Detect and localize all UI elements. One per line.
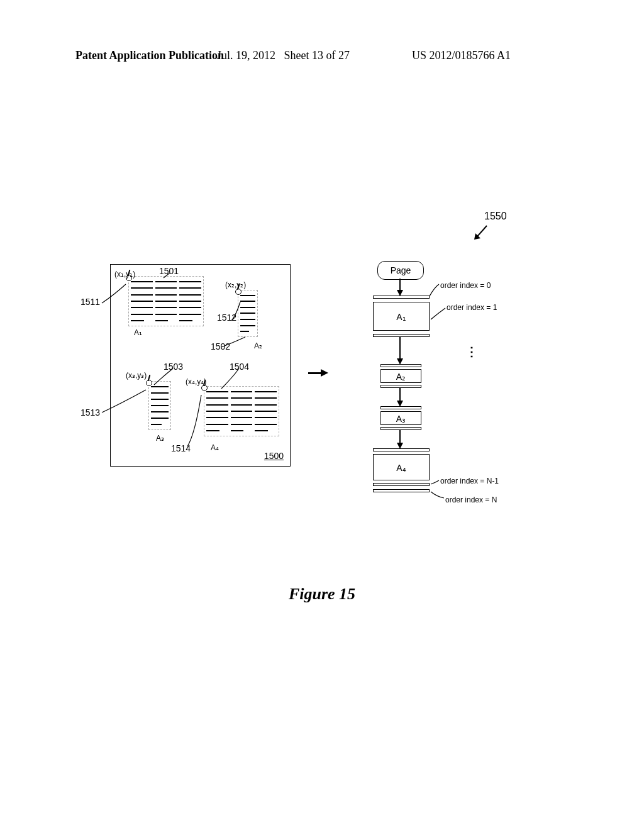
label-a2: A₂: [254, 341, 262, 350]
para-bar-8: [373, 489, 430, 492]
para-bar-7: [373, 483, 430, 486]
textblock-a4: [204, 386, 279, 436]
ref-1512: 1512: [217, 313, 236, 323]
ref-1514: 1514: [171, 443, 191, 453]
coord-1: (x₁,y₁): [114, 270, 135, 279]
annot-order-n: order index = N: [445, 495, 497, 504]
ref-1502: 1502: [211, 341, 230, 351]
header-publication: Patent Application Publication: [75, 49, 224, 62]
flow-node-a4: A₄: [373, 454, 430, 480]
annot-order-1: order index = 1: [447, 303, 497, 312]
flow-node-a1: A₁: [373, 302, 430, 331]
ref-1500: 1500: [264, 451, 284, 461]
vertical-ellipsis-icon: ⋮: [465, 350, 478, 353]
para-bar-1: [373, 334, 430, 337]
header-docnum: US 2012/0185766 A1: [412, 49, 511, 62]
para-bar-2: [380, 364, 421, 367]
textblock-a1: [128, 276, 204, 326]
ref-1513: 1513: [80, 407, 100, 418]
label-a3: A₃: [156, 434, 164, 443]
label-a1: A₁: [134, 328, 142, 337]
figure-canvas: 1550: [75, 226, 579, 578]
para-bar-0: [373, 296, 430, 299]
page-layout-box: 1500: [110, 264, 291, 467]
coord-2: (x₂,y₂): [225, 280, 246, 289]
anchor-a3: [146, 380, 152, 386]
annot-order-nm1: order index = N-1: [440, 477, 499, 485]
ref-1501: 1501: [159, 266, 179, 276]
flow-node-a2: A₂: [380, 369, 421, 383]
para-bar-4: [380, 406, 421, 409]
header-date-sheet: Jul. 19, 2012 Sheet 13 of 27: [217, 49, 350, 62]
para-bar-3: [380, 385, 421, 388]
coord-4: (x₄,y₄): [186, 377, 206, 386]
flow-node-page: Page: [377, 261, 424, 280]
ref-1511: 1511: [80, 297, 100, 307]
para-bar-6: [373, 448, 430, 451]
ref-1504: 1504: [230, 362, 249, 372]
svg-line-0: [477, 226, 487, 237]
textblock-a2: [238, 290, 258, 337]
para-bar-5: [380, 427, 421, 430]
textblock-a3: [148, 381, 171, 430]
ref-1503: 1503: [164, 362, 183, 372]
annot-order-0: order index = 0: [440, 281, 491, 290]
anchor-a2: [235, 289, 242, 295]
flow-node-a3: A₃: [380, 411, 421, 425]
figure-caption: Figure 15: [0, 585, 644, 604]
label-a4: A₄: [211, 443, 219, 452]
coord-3: (x₃,y₃): [126, 371, 147, 380]
